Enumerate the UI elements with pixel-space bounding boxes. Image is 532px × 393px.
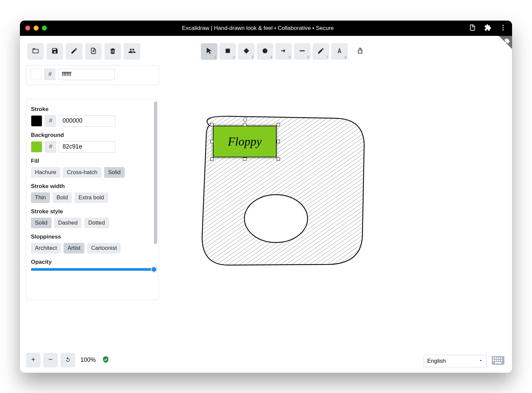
- stroke-style-dashed[interactable]: Dashed: [54, 218, 82, 228]
- save-icon: [51, 47, 59, 55]
- more-icon[interactable]: [499, 24, 507, 33]
- line-tool[interactable]: 6: [294, 43, 311, 60]
- stroke-width-extra-bold[interactable]: Extra bold: [74, 192, 108, 203]
- keyboard-shortcuts-button[interactable]: [491, 356, 505, 366]
- zoom-out-button[interactable]: [43, 353, 58, 367]
- sloppiness-label: Sloppiness: [31, 234, 154, 240]
- extension-icon[interactable]: [484, 24, 491, 33]
- stroke-style-label: Stroke style: [31, 208, 154, 215]
- resize-handle-s[interactable]: [243, 157, 246, 161]
- stroke-style-solid[interactable]: Solid: [31, 218, 52, 228]
- background-color-swatch[interactable]: [31, 141, 42, 152]
- resize-handle-n[interactable]: [243, 123, 246, 126]
- maximize-window-button[interactable]: [42, 26, 47, 31]
- tool-number: 1: [214, 55, 216, 59]
- collaborate-button[interactable]: [124, 43, 140, 60]
- tool-number: 5: [289, 55, 291, 59]
- background-hex-input[interactable]: [59, 141, 115, 152]
- stroke-style-dotted[interactable]: Dotted: [84, 218, 109, 228]
- zoom-reset-button[interactable]: [61, 353, 75, 367]
- resize-handle-nw[interactable]: [210, 123, 213, 126]
- resize-handle-se[interactable]: [277, 157, 280, 161]
- fill-hachure[interactable]: Hachure: [31, 167, 60, 178]
- save-edit-icon: [70, 47, 78, 55]
- floppy-label-shape[interactable]: Floppy: [213, 126, 277, 157]
- sloppiness-artist[interactable]: Artist: [64, 243, 84, 253]
- tool-number: 6: [307, 55, 309, 59]
- resize-handle-sw[interactable]: [210, 157, 213, 161]
- fill-solid[interactable]: Solid: [104, 167, 125, 178]
- square-icon: [224, 47, 231, 55]
- draw-tool[interactable]: 7: [313, 43, 329, 60]
- svg-rect-11: [495, 357, 496, 359]
- minus-icon: [48, 356, 54, 363]
- hash-label: #: [44, 69, 56, 80]
- minimize-window-button[interactable]: [34, 26, 39, 31]
- svg-rect-18: [499, 360, 500, 361]
- encryption-shield-icon[interactable]: [102, 355, 110, 365]
- stroke-width-thin[interactable]: Thin: [31, 192, 50, 203]
- arrow-tool[interactable]: 5: [275, 43, 292, 60]
- open-button[interactable]: [27, 43, 44, 60]
- tool-number: 3: [251, 55, 253, 59]
- canvas-bg-swatch[interactable]: [30, 69, 42, 80]
- canvas-background-panel: #: [26, 65, 159, 85]
- svg-rect-20: [495, 362, 501, 363]
- slider-thumb[interactable]: [151, 266, 157, 272]
- language-select[interactable]: English: [424, 355, 487, 367]
- document-icon[interactable]: [469, 24, 476, 33]
- selection-tool[interactable]: 1: [201, 43, 217, 60]
- users-icon: [128, 47, 136, 55]
- resize-handle-w[interactable]: [210, 140, 213, 143]
- sloppiness-cartoonist[interactable]: Cartoonist: [87, 243, 121, 253]
- ellipse-tool[interactable]: 4: [257, 43, 273, 60]
- traffic-lights: [25, 26, 47, 31]
- diamond-tool[interactable]: 3: [238, 43, 255, 60]
- hash-label: #: [45, 115, 56, 127]
- plus-icon: [30, 356, 36, 363]
- svg-rect-10: [493, 357, 494, 359]
- svg-point-4: [263, 49, 268, 53]
- sloppiness-architect[interactable]: Architect: [31, 243, 61, 253]
- lock-tool-toggle[interactable]: [352, 43, 368, 60]
- tool-number: 7: [326, 55, 328, 59]
- properties-panel[interactable]: Stroke # Background # Fill Hachure: [26, 99, 159, 300]
- canvas[interactable]: Floppy: [166, 66, 505, 346]
- save-button[interactable]: [47, 43, 63, 60]
- tool-number: 4: [270, 55, 272, 59]
- rotation-handle[interactable]: [243, 118, 247, 122]
- stroke-width-bold[interactable]: Bold: [53, 192, 72, 203]
- fill-cross-hatch[interactable]: Cross-hatch: [63, 167, 101, 178]
- diamond-icon: [243, 47, 250, 55]
- zoom-in-button[interactable]: [26, 353, 41, 367]
- canvas-bg-hex-input[interactable]: [58, 69, 115, 80]
- file-toolbar: [26, 42, 142, 61]
- fill-label: Fill: [31, 158, 154, 164]
- stroke-color-swatch[interactable]: [31, 115, 42, 127]
- folder-open-icon: [32, 47, 39, 55]
- reset-icon: [65, 356, 71, 363]
- hash-label: #: [45, 141, 56, 152]
- svg-rect-15: [493, 360, 494, 361]
- close-window-button[interactable]: [25, 26, 30, 31]
- tool-number: 2: [233, 55, 235, 59]
- resize-handle-ne[interactable]: [277, 123, 280, 126]
- github-corner[interactable]: [493, 36, 512, 54]
- zoom-level: 100%: [80, 356, 96, 363]
- export-button[interactable]: [85, 43, 102, 60]
- save-as-button[interactable]: [66, 43, 82, 60]
- stroke-hex-input[interactable]: [59, 115, 115, 127]
- svg-point-2: [502, 29, 504, 30]
- cursor-icon: [205, 47, 213, 55]
- clear-canvas-button[interactable]: [104, 43, 121, 60]
- resize-handle-e[interactable]: [277, 140, 280, 143]
- shape-toolbar: 1 2 3 4 5 6 7 8: [200, 42, 370, 61]
- window-title: Excalidraw | Hand-drawn look & feel • Co…: [47, 25, 469, 32]
- background-label: Background: [31, 132, 154, 139]
- export-icon: [90, 47, 97, 55]
- tool-number: 8: [344, 55, 346, 59]
- svg-rect-8: [49, 359, 53, 360]
- opacity-slider[interactable]: [31, 268, 154, 271]
- rectangle-tool[interactable]: 2: [219, 43, 236, 60]
- text-tool[interactable]: 8: [331, 43, 348, 60]
